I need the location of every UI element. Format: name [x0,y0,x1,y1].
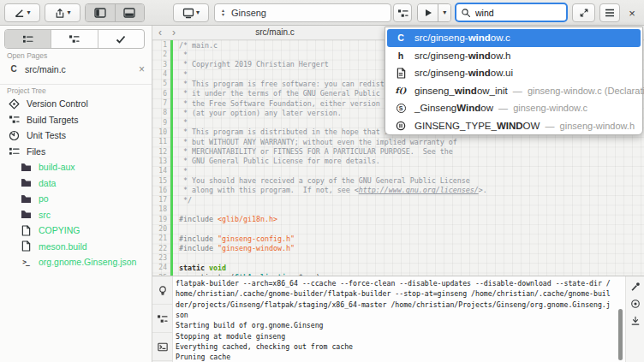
code-line[interactable]: 11 * but WITHOUT ANY WARRANTY; without e… [152,137,644,146]
tree-item-data[interactable]: data [0,175,152,192]
line-number: 14 [152,167,170,175]
left-sidebar: Open Pages C src/main.c × Project Tree V… [0,26,152,362]
menu-button[interactable] [599,3,620,22]
bottom-tab-1[interactable] [152,305,172,333]
list-icon [22,34,33,44]
folder-icon [19,193,33,205]
code-text: #include "ginseng-window.h" [173,244,295,252]
diff-added-bar [170,253,173,263]
code-text: * [173,118,188,127]
line-number: 22 [152,245,170,252]
search-result-file: ginseng-window.c (Declaration) [528,86,644,96]
search-result-file: ginseng-window.h [560,121,635,131]
bottom-tab-2[interactable] [152,333,172,361]
line-number: 5 [152,80,170,87]
download-icon[interactable] [630,316,641,326]
run-button[interactable] [418,4,438,21]
code-text: * MERCHANTABILITY or FITNESS FOR A PARTI… [173,147,453,156]
build-configure-icon [397,9,408,18]
play-icon [424,9,432,17]
tree-item-unit-tests[interactable]: Unit Tests [0,128,152,144]
tree-item-version-control[interactable]: Version Control [0,96,152,112]
nav-forward-button[interactable]: › [172,27,176,39]
folder-icon [19,209,33,221]
sidebar-view-switcher [4,29,145,49]
bottom-panel-tabs [152,276,173,362]
run-options-button[interactable]: ▾ [438,4,450,21]
omnibar[interactable]: ▴▾ Ginseng [214,3,391,22]
sidebar-view-tab-2[interactable] [98,30,144,48]
tree-item-build-aux[interactable]: build-aux [0,159,152,175]
search-input[interactable] [475,8,552,18]
window-close-button[interactable]: × [623,3,641,22]
search-icon [461,8,471,18]
tree-item-po[interactable]: po [0,191,152,207]
code-text: /* main.c [173,41,218,50]
line-number: 16 [152,187,170,194]
code-line[interactable]: 14 * [152,166,644,175]
line-number: 8 [152,109,170,116]
code-line[interactable]: 12 * MERCHANTABILITY or FITNESS FOR A PA… [152,146,644,156]
c-file-icon: C [392,33,409,43]
tree-item-label: Files [27,146,45,157]
sidebar-view-tab-1[interactable] [51,30,97,48]
export-button[interactable]: ▾ [45,3,80,22]
device-selector-button[interactable]: ▾ [173,3,209,22]
separator: — [540,121,559,131]
line-number: 17 [152,196,170,204]
open-page-row[interactable]: C src/main.c × [0,60,152,78]
function-icon: f() [392,86,409,95]
code-line[interactable]: 15 * You should have received a copy of … [152,175,644,185]
build-configure-button[interactable] [393,3,412,22]
nav-back-button[interactable]: ‹ [158,27,162,39]
code-line[interactable]: 22#include "ginseng-window.h" [152,244,644,253]
line-number: 4 [152,70,170,78]
tree-item-label: src [39,210,51,220]
pen-icon [14,8,25,19]
code-line[interactable]: 13 * GNU General Public License for more… [152,157,644,166]
search-result-2[interactable]: src/ginseng-window.ui [387,64,641,82]
bottom-tab-0[interactable] [152,276,172,305]
tree-item-label: data [39,178,56,188]
code-line[interactable]: 16 * along with this program. If not, se… [152,186,644,195]
tree-item-files[interactable]: Files [0,144,152,160]
code-line[interactable]: 18 [152,205,644,214]
code-line[interactable]: 24static void [152,263,644,272]
toggle-left-panel-button[interactable] [86,4,115,21]
brush-icon[interactable] [630,282,641,292]
code-line[interactable]: 21#include "ginseng-config.h" [152,234,644,243]
toggle-bottom-panel-button[interactable] [115,4,144,21]
code-line[interactable]: 20 [152,224,644,234]
terminal-icon [158,342,168,352]
h-file-icon: h [392,50,409,61]
search-result-1[interactable]: hsrc/ginseng-window.h [387,47,641,65]
tree-item-meson-build[interactable]: meson.build [0,239,152,255]
tree-item-copying[interactable]: COPYING [0,223,152,239]
chevron-down-icon: ▾ [67,9,70,16]
sidebar-view-tab-0[interactable] [5,30,51,48]
build-terminal[interactable]: flatpak-builder --arch=x86_64 --ccache -… [176,278,617,362]
line-number: 12 [152,148,170,156]
tree-item-build-targets[interactable]: Build Targets [0,112,152,128]
code-line[interactable]: 19#include <glib/gi18n.h> [152,215,644,224]
new-document-button[interactable]: ▾ [4,3,40,22]
close-page-button[interactable]: × [139,63,145,75]
record-icon[interactable] [630,299,641,309]
chevron-down-icon: ▾ [27,9,30,16]
device-icon [182,8,194,19]
search-result-3[interactable]: f()ginseng_window_init — ginseng-window.… [387,82,641,100]
bottom-panel-toolbar [625,276,644,362]
search-result-0[interactable]: Csrc/ginseng-window.c [387,29,641,47]
terminal-line: Everything cached, checking out from cac… [176,341,617,352]
macro-icon [392,121,409,131]
fullscreen-button[interactable] [572,3,595,22]
tree-item-src[interactable]: src [0,207,152,223]
search-result-5[interactable]: GINSENG_TYPE_WINDOW — ginseng-window.h [387,117,641,135]
terminal-scrollbar[interactable] [618,309,623,360]
tree-item-org-gnome-ginseng-json[interactable]: >_org.gnome.Ginseng.json [0,254,152,270]
code-line[interactable]: 23 [152,253,644,263]
menu-icon [605,9,615,17]
search-result-4[interactable]: S_GinsengWindow — ginseng-window.c [387,99,641,117]
code-line[interactable]: 17 */ [152,195,644,205]
code-text: * [173,70,188,79]
